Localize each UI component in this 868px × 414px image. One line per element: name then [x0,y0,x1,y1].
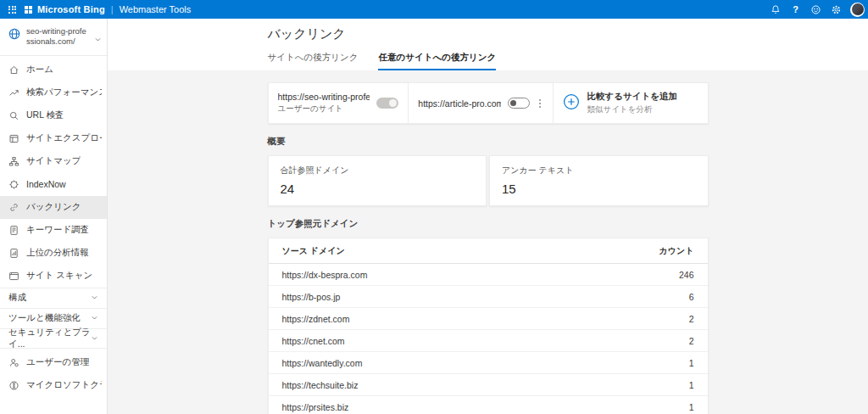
source-domain-link[interactable]: https://b-pos.jp [282,292,341,302]
insights-icon [8,248,19,259]
sidebar-item-scan[interactable]: サイト スキャン [0,265,107,288]
microsoft-logo [25,6,32,14]
sidebar-item-label: IndexNow [26,179,66,189]
sidebar-group-label: 構成 [8,292,26,304]
sidebar-item-trend[interactable]: 検索パフォーマンス [0,81,107,104]
sidebar-item-label: キーワード調査 [26,224,89,236]
count-value: 6 [689,292,694,302]
compare-site-2: https://article-pro.com/ [408,83,552,123]
table-row: https://dx-bespra.com246 [269,264,708,286]
sidebar-group-label: セキュリティとプライ... [8,327,91,350]
app-launcher-icon[interactable] [8,6,16,14]
user-site-subtitle: ユーザーのサイト [278,104,370,115]
more-options-icon[interactable] [537,98,543,109]
search-icon [8,110,19,121]
sidebar-group-1[interactable]: ツールと機能強化 [0,308,107,328]
brand-name: Microsoft Bing [37,4,105,14]
compare-site-url: https://article-pro.com/ [418,98,500,109]
site-selector[interactable]: seo-writing-professionals.com/ [0,19,107,56]
add-circle-icon [563,93,580,114]
sidebar-item-label: バックリンク [26,201,81,213]
source-domain-link[interactable]: https://techsuite.biz [282,380,359,390]
summary-cards: 合計参照ドメイン 24 アンカー テキスト 15 [268,155,709,206]
sidebar-group-0[interactable]: 構成 [0,288,107,308]
anchor-texts-card: アンカー テキスト 15 [489,155,709,206]
count-value: 1 [689,358,694,368]
sidebar-item-label: サイトエクスプローラ [26,132,102,144]
trend-icon [8,87,19,98]
sidebar-item-sitemap[interactable]: サイトマップ [0,150,107,173]
add-compare-title: 比較するサイトを追加 [587,91,677,103]
anchor-texts-label: アンカー テキスト [502,165,696,176]
page-title: バックリンク [268,26,709,42]
explorer-icon [8,133,19,144]
source-domain-link[interactable]: https://prsites.biz [282,402,349,412]
sidebar-footer-nav: ユーザーの管理マイクロソフトクラリティ [0,349,107,397]
sidebar-item-user[interactable]: ユーザーの管理 [0,351,107,374]
app-name: Webmaster Tools [120,4,192,14]
sidebar-item-keyword[interactable]: キーワード調査 [0,219,107,242]
count-value: 2 [689,314,694,324]
scan-icon [8,271,19,282]
referring-domains-label: 合計参照ドメイン [281,165,475,176]
sidebar-groups: 構成ツールと機能強化セキュリティとプライ... [0,288,107,349]
source-domain-link[interactable]: https://dx-bespra.com [282,270,368,280]
sidebar-nav: ホーム検索パフォーマンスURL 検査サイトエクスプローラサイトマップIndexN… [0,56,107,288]
content-area: https://seo-writing-professional... ユーザー… [108,70,868,414]
sidebar: seo-writing-professionals.com/ ホーム検索パフォー… [0,19,108,414]
column-source-domain: ソース ドメイン [282,245,345,257]
gear-icon[interactable] [830,3,843,16]
indexnow-icon [8,179,19,190]
compare-sites-card: https://seo-writing-professional... ユーザー… [268,82,709,124]
chevron-down-icon [91,293,98,303]
referring-domains-value: 24 [281,182,475,196]
chevron-down-icon [91,333,98,344]
table-row: https://cnet.com2 [269,330,708,352]
anchor-texts-value: 15 [502,182,696,196]
page-header: バックリンク サイトへの後方リンク任意のサイトへの後方リンク [108,19,868,70]
sidebar-group-label: ツールと機能強化 [8,312,81,324]
sidebar-item-search[interactable]: URL 検査 [0,104,107,127]
sidebar-item-label: サイト スキャン [26,270,92,282]
add-compare-subtitle: 類似サイトを分析 [587,104,677,115]
sidebar-item-label: サイトマップ [26,155,81,167]
link-icon [8,202,19,213]
table-row: https://prsites.biz1 [269,396,708,414]
brand-separator: | [111,4,114,14]
sidebar-item-link[interactable]: バックリンク [0,196,107,219]
count-value: 1 [689,402,694,412]
bell-icon[interactable] [769,3,782,16]
sidebar-item-home[interactable]: ホーム [0,59,107,81]
sidebar-item-label: 上位の分析情報 [26,247,89,259]
help-icon[interactable]: ? [789,3,802,16]
column-count: カウント [659,245,694,257]
referrers-table-body: https://dx-bespra.com246https://b-pos.jp… [269,264,708,414]
source-domain-link[interactable]: https://cnet.com [282,336,345,346]
sidebar-item-label: ユーザーの管理 [26,356,89,368]
tab-1[interactable]: 任意のサイトへの後方リンク [378,52,496,70]
sidebar-item-label: ホーム [26,64,53,76]
tab-bar: サイトへの後方リンク任意のサイトへの後方リンク [268,52,709,70]
globe-icon [8,27,21,44]
sidebar-item-label: URL 検査 [26,109,64,121]
sidebar-item-indexnow[interactable]: IndexNow [0,173,107,196]
sidebar-item-insights[interactable]: 上位の分析情報 [0,242,107,265]
smiley-icon[interactable] [810,3,822,16]
chevron-down-icon [91,313,98,323]
source-domain-link[interactable]: https://wantedly.com [282,358,363,368]
sidebar-item-explorer[interactable]: サイトエクスプローラ [0,127,107,150]
count-value: 246 [679,270,694,280]
compare-site-toggle[interactable] [508,98,530,109]
user-site-toggle[interactable] [376,98,398,109]
sidebar-item-label: マイクロソフトクラリティ [26,379,102,391]
count-value: 2 [689,336,694,346]
topbar: Microsoft Bing | Webmaster Tools ? [0,0,868,19]
sidebar-item-clarity[interactable]: マイクロソフトクラリティ [0,374,107,397]
table-row: https://b-pos.jp6 [269,286,708,308]
add-compare-site-button[interactable]: 比較するサイトを追加 類似サイトを分析 [553,83,708,123]
profile-avatar[interactable] [850,3,865,17]
referrers-section-title: トップ参照元ドメイン [268,218,709,230]
source-domain-link[interactable]: https://zdnet.com [282,314,350,324]
tab-0[interactable]: サイトへの後方リンク [268,52,359,70]
sidebar-group-2[interactable]: セキュリティとプライ... [0,328,107,349]
